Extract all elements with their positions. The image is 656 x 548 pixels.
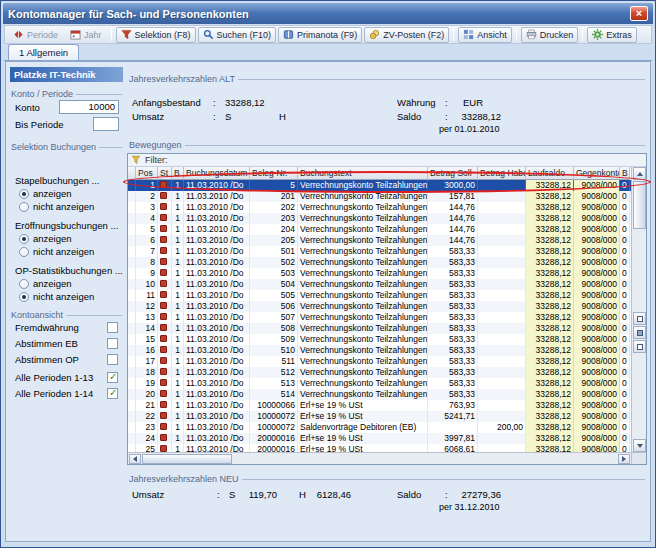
- table-row[interactable]: 10111.03.2010 /Do504Verrechnungskonto Te…: [128, 279, 631, 290]
- column-header-B[interactable]: B: [172, 167, 184, 180]
- column-header-Beleg-Nr.[interactable]: Beleg-Nr.: [250, 167, 298, 180]
- scroll-down-button[interactable]: [633, 439, 646, 452]
- grid-header: PosStBBuchungsdatumBeleg-Nr.Buchungstext…: [128, 167, 631, 180]
- toolbar-button-label: Drucken: [540, 30, 574, 40]
- check-fremdwaehrung[interactable]: Fremdwährung: [15, 322, 118, 333]
- cell-text: Verrechnungskonto Teilzahlungen: [298, 367, 428, 378]
- filter-row[interactable]: Filter:: [128, 154, 646, 167]
- column-header-Buchungsdatum[interactable]: Buchungsdatum: [184, 167, 250, 180]
- column-header-Pos[interactable]: Pos: [136, 167, 158, 180]
- toolbar-button-periode[interactable]: Periode: [8, 27, 63, 43]
- cell-haben: [478, 191, 526, 202]
- table-row[interactable]: 2111.03.2010 /Do201Verrechnungskonto Tei…: [128, 191, 631, 202]
- horizontal-scrollbar[interactable]: [128, 452, 631, 464]
- table-row[interactable]: 20111.03.2010 /Do514Verrechnungskonto Te…: [128, 389, 631, 400]
- table-row[interactable]: 1111.03.2010 /Do5Verrechnungskonto Teilz…: [128, 180, 631, 191]
- toolbar-button-label: Ansicht: [477, 30, 507, 40]
- radio-stapel-anzeigen[interactable]: anzeigen: [19, 188, 72, 199]
- close-button[interactable]: ×: [630, 6, 648, 21]
- toolbar-button-suchen[interactable]: Suchen (F10): [198, 27, 277, 43]
- table-row[interactable]: 12111.03.2010 /Do506Verrechnungskonto Te…: [128, 301, 631, 312]
- cell-b2: 0: [620, 323, 630, 334]
- table-row[interactable]: 23111.03.2010 /Do10000072Saldenvorträge …: [128, 422, 631, 433]
- table-row[interactable]: 25111.03.2010 /Do20000016Erl+se 19 % USt…: [128, 444, 631, 452]
- column-header-Laufsaldo[interactable]: Laufsaldo: [526, 167, 574, 180]
- table-row[interactable]: 8111.03.2010 /Do502Verrechnungskonto Tei…: [128, 257, 631, 268]
- cell-saldo: 33288,12: [526, 202, 574, 213]
- column-header-Betrag Haben[interactable]: Betrag Haben: [478, 167, 526, 180]
- column-header-St[interactable]: St: [158, 167, 172, 180]
- cell-b: 1: [172, 433, 184, 444]
- scroll-thumb[interactable]: [633, 181, 646, 229]
- booking-status-icon: [158, 191, 172, 202]
- cell-haben: 200,00: [478, 422, 526, 433]
- check-alle-perioden-13[interactable]: Alle Perioden 1-13: [15, 372, 118, 383]
- radio-op-anzeigen[interactable]: anzeigen: [19, 278, 72, 289]
- table-row[interactable]: 13111.03.2010 /Do507Verrechnungskonto Te…: [128, 312, 631, 323]
- table-row[interactable]: 3111.03.2010 /Do202Verrechnungskonto Tei…: [128, 202, 631, 213]
- table-row[interactable]: 11111.03.2010 /Do505Verrechnungskonto Te…: [128, 290, 631, 301]
- grid-tool-button-1[interactable]: [633, 312, 646, 325]
- radio-eroeffnung-anzeigen[interactable]: anzeigen: [19, 233, 72, 244]
- app-window: Kontomanager für Sach- und Personenkonte…: [0, 0, 656, 548]
- scroll-left-button[interactable]: [129, 454, 141, 464]
- column-header-Betrag Soll[interactable]: Betrag Soll: [428, 167, 478, 180]
- check-abstimmen-op[interactable]: Abstimmen OP: [15, 354, 118, 365]
- check-abstimmen-eb[interactable]: Abstimmen EB: [15, 338, 118, 349]
- tab-allgemein[interactable]: 1 Allgemein: [8, 44, 79, 60]
- column-header-Buchungstext[interactable]: Buchungstext: [298, 167, 428, 180]
- table-row[interactable]: 17111.03.2010 /Do511Verrechnungskonto Te…: [128, 356, 631, 367]
- cell-b: 1: [172, 257, 184, 268]
- periode-icon: [13, 29, 24, 40]
- table-row[interactable]: 9111.03.2010 /Do503Verrechnungskonto Tei…: [128, 268, 631, 279]
- table-row[interactable]: 6111.03.2010 /Do205Verrechnungskonto Tei…: [128, 235, 631, 246]
- toolbar-button-primanota[interactable]: Primanota (F9): [278, 27, 362, 43]
- table-row[interactable]: 7111.03.2010 /Do501Verrechnungskonto Tei…: [128, 246, 631, 257]
- table-row[interactable]: 24111.03.2010 /Do20000016Erl+se 19 % USt…: [128, 433, 631, 444]
- table-row[interactable]: 19111.03.2010 /Do513Verrechnungskonto Te…: [128, 378, 631, 389]
- cell-text: Verrechnungskonto Teilzahlungen: [298, 279, 428, 290]
- table-row[interactable]: 4111.03.2010 /Do203Verrechnungskonto Tei…: [128, 213, 631, 224]
- toolbar-button-drucken[interactable]: Drucken: [521, 27, 579, 43]
- booking-status-icon: [158, 389, 172, 400]
- radio-eroeffnung-nicht-anzeigen[interactable]: nicht anzeigen: [19, 246, 94, 257]
- cell-pos: 21: [136, 400, 158, 411]
- cell-gegen: 9008/000: [574, 257, 620, 268]
- cell-haben: [478, 290, 526, 301]
- check-alle-perioden-14[interactable]: Alle Perioden 1-14: [15, 388, 118, 399]
- column-header-B[interactable]: B: [620, 167, 630, 180]
- waehrung-value: EUR: [463, 97, 483, 108]
- table-row[interactable]: 21111.03.2010 /Do10000066Erl+se 19 % USt…: [128, 400, 631, 411]
- scroll-up-button[interactable]: [633, 167, 646, 180]
- table-row[interactable]: 15111.03.2010 /Do509Verrechnungskonto Te…: [128, 334, 631, 345]
- table-row[interactable]: 16111.03.2010 /Do510Verrechnungskonto Te…: [128, 345, 631, 356]
- toolbar-button-selektion[interactable]: Selektion (F8): [116, 27, 196, 43]
- cell-soll: 144,76: [428, 213, 478, 224]
- hscroll-thumb[interactable]: [142, 454, 232, 464]
- bis-periode-input[interactable]: [93, 117, 119, 131]
- toolbar-button-jahr[interactable]: Jahr: [65, 27, 107, 43]
- konto-input[interactable]: 10000: [59, 100, 119, 114]
- cell-saldo: 33288,12: [526, 323, 574, 334]
- vertical-scrollbar[interactable]: [631, 167, 646, 452]
- table-row[interactable]: 22111.03.2010 /Do10000072Erl+se 19 % USt…: [128, 411, 631, 422]
- toolbar-button-extras[interactable]: Extras: [587, 27, 637, 43]
- primanota-icon: [283, 29, 294, 40]
- cell-m: [128, 246, 136, 257]
- scroll-right-button[interactable]: [618, 454, 630, 464]
- cell-text: Verrechnungskonto Teilzahlungen: [298, 224, 428, 235]
- per-date-alt: per 01.01.2010: [439, 124, 500, 134]
- cell-date: 11.03.2010 /Do: [184, 367, 250, 378]
- toolbar-button-zv-posten[interactable]: ZV-Posten (F2): [364, 27, 449, 43]
- table-row[interactable]: 18111.03.2010 /Do512Verrechnungskonto Te…: [128, 367, 631, 378]
- toolbar-button-ansicht[interactable]: Ansicht: [458, 27, 512, 43]
- column-header-marker[interactable]: [128, 167, 136, 180]
- radio-op-nicht-anzeigen[interactable]: nicht anzeigen: [19, 291, 94, 302]
- table-row[interactable]: 5111.03.2010 /Do204Verrechnungskonto Tei…: [128, 224, 631, 235]
- radio-stapel-nicht-anzeigen[interactable]: nicht anzeigen: [19, 201, 94, 212]
- table-row[interactable]: 14111.03.2010 /Do508Verrechnungskonto Te…: [128, 323, 631, 334]
- grid-tool-button-3[interactable]: [633, 340, 646, 353]
- cell-b2: 0: [620, 433, 630, 444]
- grid-tool-button-2[interactable]: [633, 326, 646, 339]
- column-header-Gegenkonto[interactable]: Gegenkonto: [574, 167, 620, 180]
